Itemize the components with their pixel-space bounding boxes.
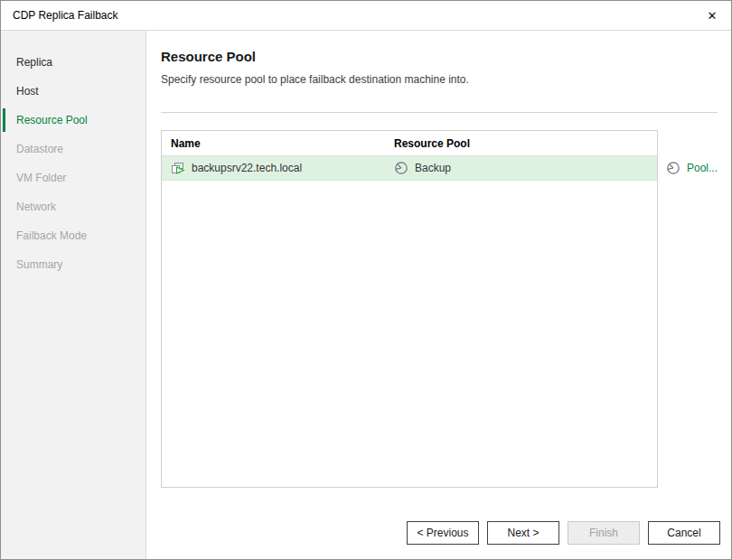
sidebar-item-failback-mode: Failback Mode: [1, 221, 145, 250]
sidebar-item-replica[interactable]: Replica: [1, 48, 145, 77]
table-header-row: Name Resource Pool: [162, 131, 657, 156]
finish-button[interactable]: Finish: [568, 521, 640, 545]
main-content: Resource Pool Specify resource pool to p…: [146, 31, 731, 559]
page-title: Resource Pool: [161, 49, 731, 64]
close-icon[interactable]: ✕: [704, 8, 720, 24]
pool-button-label: Pool...: [687, 162, 718, 174]
section-divider: [161, 112, 718, 113]
page-description: Specify resource pool to place failback …: [161, 73, 731, 86]
sidebar-item-datastore: Datastore: [1, 135, 145, 163]
wizard-steps-sidebar: Replica Host Resource Pool Datastore VM …: [1, 31, 146, 559]
vm-name: backupsrv22.tech.local: [192, 162, 302, 174]
next-button[interactable]: Next >: [487, 521, 559, 545]
vm-icon: [171, 161, 185, 175]
cancel-button[interactable]: Cancel: [648, 521, 720, 545]
table-row[interactable]: backupsrv22.tech.local Backup: [162, 156, 657, 181]
sidebar-item-resource-pool[interactable]: Resource Pool: [1, 106, 145, 135]
sidebar-item-summary: Summary: [1, 250, 145, 279]
sidebar-item-host[interactable]: Host: [1, 77, 145, 106]
previous-button[interactable]: < Previous: [407, 521, 479, 545]
column-header-resource-pool[interactable]: Resource Pool: [394, 137, 657, 150]
sidebar-item-network: Network: [1, 192, 145, 221]
resource-pool-icon: [394, 161, 408, 175]
column-header-name[interactable]: Name: [162, 137, 394, 150]
resource-pool-value: Backup: [415, 162, 451, 174]
pool-button[interactable]: Pool...: [666, 155, 718, 180]
cdp-replica-failback-dialog: CDP Replica Failback ✕ Replica Host Reso…: [0, 0, 732, 560]
wizard-footer: < Previous Next > Finish Cancel: [407, 521, 720, 545]
resource-pool-cell: Backup: [394, 161, 657, 175]
vm-name-cell: backupsrv22.tech.local: [162, 161, 394, 175]
sidebar-item-vm-folder: VM Folder: [1, 163, 145, 192]
resource-pool-icon: [666, 161, 680, 175]
window-title: CDP Replica Failback: [13, 1, 118, 30]
vm-resource-pool-table: Name Resource Pool backupsrv22.tech.loca…: [161, 130, 658, 488]
title-bar: CDP Replica Failback ✕: [1, 1, 731, 31]
